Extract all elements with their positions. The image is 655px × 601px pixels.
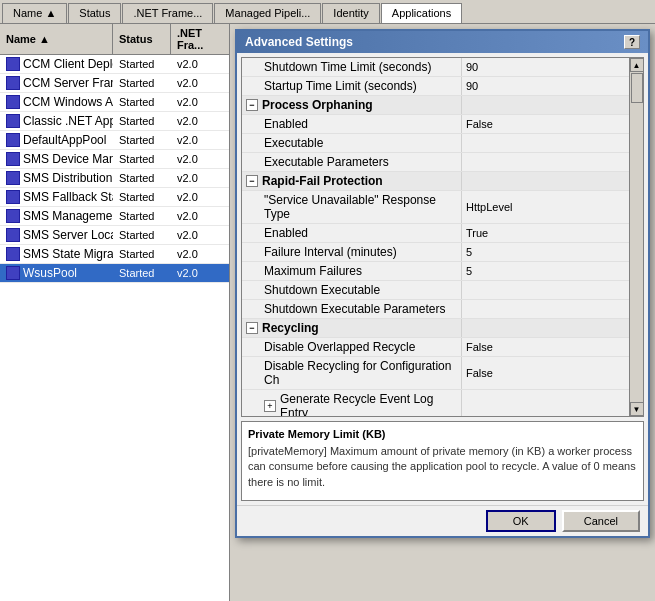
dialog-help-button[interactable]: ? bbox=[624, 35, 640, 49]
settings-value-cell bbox=[462, 96, 629, 114]
dialog-title: Advanced Settings bbox=[245, 35, 353, 49]
column-header-net[interactable]: .NET Fra... bbox=[171, 24, 229, 54]
settings-section[interactable]: −Rapid-Fail Protection bbox=[242, 172, 629, 191]
settings-value-cell bbox=[462, 319, 629, 337]
table-row[interactable]: SMS Distribution ...Startedv2.0 bbox=[0, 169, 229, 188]
settings-row[interactable]: Maximum Failures5 bbox=[242, 262, 629, 281]
settings-name-cell: Shutdown Executable Parameters bbox=[242, 300, 462, 318]
settings-value-cell: False bbox=[462, 338, 629, 356]
row-icon bbox=[6, 57, 20, 71]
settings-row[interactable]: +Generate Recycle Event Log Entry bbox=[242, 390, 629, 416]
settings-row[interactable]: Executable Parameters bbox=[242, 153, 629, 172]
settings-section[interactable]: −Recycling bbox=[242, 319, 629, 338]
row-icon bbox=[6, 247, 20, 261]
cell-net: v2.0 bbox=[171, 265, 229, 281]
column-header-status[interactable]: Status bbox=[113, 24, 171, 54]
table-row[interactable]: WsusPoolStartedv2.0 bbox=[0, 264, 229, 283]
settings-row[interactable]: Disable Recycling for Configuration ChFa… bbox=[242, 357, 629, 390]
cell-status: Started bbox=[113, 189, 171, 205]
cell-net: v2.0 bbox=[171, 113, 229, 129]
settings-value-cell bbox=[462, 153, 629, 171]
cell-net: v2.0 bbox=[171, 94, 229, 110]
settings-row[interactable]: Shutdown Time Limit (seconds)90 bbox=[242, 58, 629, 77]
section-collapse-icon[interactable]: − bbox=[246, 99, 258, 111]
cell-status: Started bbox=[113, 170, 171, 186]
settings-name-cell: Executable bbox=[242, 134, 462, 152]
table-row[interactable]: CCM Client Deplo...Startedv2.0 bbox=[0, 55, 229, 74]
settings-name-cell: Enabled bbox=[242, 115, 462, 133]
dialog-body: Shutdown Time Limit (seconds)90Startup T… bbox=[237, 53, 648, 505]
expand-icon[interactable]: + bbox=[264, 400, 276, 412]
settings-value-cell: True bbox=[462, 224, 629, 242]
settings-row[interactable]: "Service Unavailable" Response TypeHttpL… bbox=[242, 191, 629, 224]
ok-button[interactable]: OK bbox=[486, 510, 556, 532]
row-icon bbox=[6, 228, 20, 242]
settings-row[interactable]: EnabledFalse bbox=[242, 115, 629, 134]
cell-status: Started bbox=[113, 227, 171, 243]
cell-net: v2.0 bbox=[171, 132, 229, 148]
scrollbar-thumb[interactable] bbox=[631, 73, 643, 103]
column-header-name[interactable]: Name ▲ bbox=[0, 24, 113, 54]
settings-section[interactable]: −Process Orphaning bbox=[242, 96, 629, 115]
content-area: Name ▲ Status .NET Fra... CCM Client Dep… bbox=[0, 24, 655, 601]
cell-net: v2.0 bbox=[171, 227, 229, 243]
table-row[interactable]: DefaultAppPoolStartedv2.0 bbox=[0, 131, 229, 150]
settings-name-cell: −Recycling bbox=[242, 319, 462, 337]
row-icon bbox=[6, 152, 20, 166]
table-body: CCM Client Deplo...Startedv2.0CCM Server… bbox=[0, 55, 229, 601]
cell-status: Started bbox=[113, 246, 171, 262]
settings-row[interactable]: Disable Overlapped RecycleFalse bbox=[242, 338, 629, 357]
settings-table-inner[interactable]: Shutdown Time Limit (seconds)90Startup T… bbox=[242, 58, 629, 416]
section-collapse-icon[interactable]: − bbox=[246, 175, 258, 187]
description-text: [privateMemory] Maximum amount of privat… bbox=[248, 444, 637, 490]
cell-net: v2.0 bbox=[171, 75, 229, 91]
description-area: Private Memory Limit (KB) [privateMemory… bbox=[241, 421, 644, 501]
cell-net: v2.0 bbox=[171, 246, 229, 262]
settings-name-cell: Failure Interval (minutes) bbox=[242, 243, 462, 261]
settings-row[interactable]: Startup Time Limit (seconds)90 bbox=[242, 77, 629, 96]
table-row[interactable]: SMS State Migrati...Startedv2.0 bbox=[0, 245, 229, 264]
cancel-button[interactable]: Cancel bbox=[562, 510, 640, 532]
cell-name: Classic .NET App... bbox=[0, 112, 113, 130]
tab-status[interactable]: Status bbox=[68, 3, 121, 23]
scrollbar-down-button[interactable]: ▼ bbox=[630, 402, 644, 416]
table-row[interactable]: Classic .NET App...Startedv2.0 bbox=[0, 112, 229, 131]
tab-identity[interactable]: Identity bbox=[322, 3, 379, 23]
cell-name: SMS State Migrati... bbox=[0, 245, 113, 263]
tab-net-framework[interactable]: .NET Frame... bbox=[122, 3, 213, 23]
tab-applications[interactable]: Applications bbox=[381, 3, 462, 23]
cell-status: Started bbox=[113, 113, 171, 129]
cell-name: SMS Distribution ... bbox=[0, 169, 113, 187]
settings-row[interactable]: Shutdown Executable bbox=[242, 281, 629, 300]
table-row[interactable]: CCM Windows Au...Startedv2.0 bbox=[0, 93, 229, 112]
row-icon bbox=[6, 171, 20, 185]
row-icon bbox=[6, 95, 20, 109]
section-collapse-icon[interactable]: − bbox=[246, 322, 258, 334]
settings-row[interactable]: Failure Interval (minutes)5 bbox=[242, 243, 629, 262]
settings-row[interactable]: Shutdown Executable Parameters bbox=[242, 300, 629, 319]
row-icon bbox=[6, 114, 20, 128]
row-icon bbox=[6, 209, 20, 223]
scrollbar-area bbox=[630, 72, 643, 402]
table-row[interactable]: CCM Server Fram...Startedv2.0 bbox=[0, 74, 229, 93]
tab-name[interactable]: Name ▲ bbox=[2, 3, 67, 23]
table-row[interactable]: SMS Managemen...Startedv2.0 bbox=[0, 207, 229, 226]
scrollbar-up-button[interactable]: ▲ bbox=[630, 58, 644, 72]
tab-managed-pipeline[interactable]: Managed Pipeli... bbox=[214, 3, 321, 23]
table-row[interactable]: SMS Server Locati...Startedv2.0 bbox=[0, 226, 229, 245]
cell-status: Started bbox=[113, 208, 171, 224]
table-row[interactable]: SMS Fallback Stat...Startedv2.0 bbox=[0, 188, 229, 207]
right-panel: Advanced Settings ? Shutdown Time Limit … bbox=[230, 24, 655, 601]
dialog-footer: OK Cancel bbox=[237, 505, 648, 536]
cell-name: CCM Client Deplo... bbox=[0, 55, 113, 73]
settings-value-cell: False bbox=[462, 357, 629, 389]
settings-row[interactable]: EnabledTrue bbox=[242, 224, 629, 243]
settings-name-cell: Startup Time Limit (seconds) bbox=[242, 77, 462, 95]
table-row[interactable]: SMS Device Mana...Startedv2.0 bbox=[0, 150, 229, 169]
settings-name-cell: Executable Parameters bbox=[242, 153, 462, 171]
settings-row[interactable]: Executable bbox=[242, 134, 629, 153]
cell-name: DefaultAppPool bbox=[0, 131, 113, 149]
settings-name-cell: Enabled bbox=[242, 224, 462, 242]
cell-net: v2.0 bbox=[171, 56, 229, 72]
settings-value-cell bbox=[462, 172, 629, 190]
